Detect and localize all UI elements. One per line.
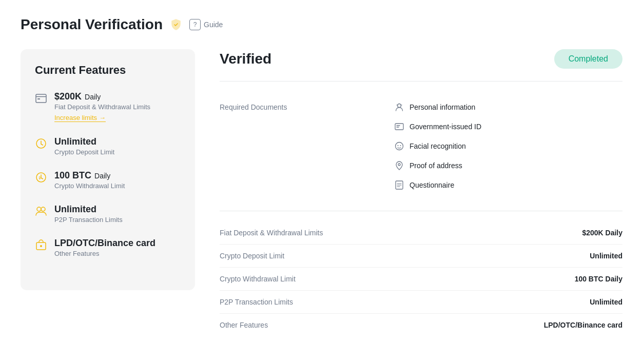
completed-badge: Completed xyxy=(554,49,622,69)
fiat-sub: Fiat Deposit & Withdrawal Limits xyxy=(54,103,150,111)
fiat-daily: Daily xyxy=(85,93,101,101)
limit-p2p: P2P Transaction Limits Unlimited xyxy=(220,291,622,314)
other-sub: Other Features xyxy=(54,250,155,257)
p2p-sub: P2P Transaction Limits xyxy=(54,216,123,224)
page-header: Personal Verification ? Guide xyxy=(21,16,622,33)
other-amount: LPD/OTC/Binance card xyxy=(54,238,155,249)
crypto-deposit-icon xyxy=(35,137,47,150)
limit-crypto-withdrawal-label: Crypto Withdrawal Limit xyxy=(220,275,296,283)
svg-point-19 xyxy=(398,164,400,166)
sidebar: Current Features $200K Daily Fiat Deposi… xyxy=(21,49,195,290)
doc-proof-address: Proof of address xyxy=(394,160,622,171)
facial-label: Facial recognition xyxy=(410,142,466,150)
increase-limits-text: Increase limits xyxy=(54,114,97,122)
svg-text:₿: ₿ xyxy=(39,176,41,179)
page-title: Personal Verification xyxy=(21,16,163,33)
doc-gov-id: Government-issued ID xyxy=(394,122,622,132)
limit-crypto-deposit-label: Crypto Deposit Limit xyxy=(220,252,284,260)
arrow-icon: → xyxy=(99,114,106,122)
feature-crypto-withdrawal: ₿ 100 BTC Daily Crypto Withdrawal Limit xyxy=(35,170,181,190)
card-icon xyxy=(35,92,47,105)
docs-list: Personal information Government-issued I… xyxy=(394,102,622,190)
limit-crypto-deposit: Crypto Deposit Limit Unlimited xyxy=(220,245,622,268)
feature-crypto-deposit: Unlimited Crypto Deposit Limit xyxy=(35,136,181,156)
svg-rect-0 xyxy=(36,94,46,103)
svg-point-17 xyxy=(398,145,399,146)
divider-top xyxy=(220,81,622,82)
limit-crypto-deposit-value: Unlimited xyxy=(590,252,622,260)
limit-other: Other Features LPD/OTC/Binance card xyxy=(220,314,622,336)
increase-limits-link[interactable]: Increase limits → xyxy=(54,114,106,122)
gov-id-label: Government-issued ID xyxy=(410,123,481,131)
crypto-deposit-amount: Unlimited xyxy=(54,136,96,147)
svg-point-6 xyxy=(37,207,41,211)
limit-fiat-value: $200K Daily xyxy=(582,229,622,237)
fiat-amount: $200K xyxy=(54,91,82,102)
other-main: LPD/OTC/Binance card xyxy=(54,238,155,249)
person-icon xyxy=(394,102,404,112)
svg-rect-13 xyxy=(395,124,403,130)
crypto-withdrawal-sub: Crypto Withdrawal Limit xyxy=(54,182,125,190)
docs-section: Required Documents Personal information xyxy=(220,92,622,200)
limit-p2p-value: Unlimited xyxy=(590,298,622,306)
crypto-deposit-main: Unlimited xyxy=(54,136,114,147)
guide-link[interactable]: ? Guide xyxy=(189,19,223,30)
divider-middle xyxy=(220,211,622,211)
doc-questionnaire: Questionnaire xyxy=(394,180,622,190)
p2p-icon xyxy=(35,205,47,217)
crypto-withdrawal-icon: ₿ xyxy=(35,171,47,184)
limit-p2p-label: P2P Transaction Limits xyxy=(220,298,293,306)
crypto-withdrawal-main: 100 BTC Daily xyxy=(54,170,125,181)
main-layout: Current Features $200K Daily Fiat Deposi… xyxy=(21,49,622,336)
proof-address-label: Proof of address xyxy=(410,161,462,170)
feature-fiat-main: $200K Daily xyxy=(54,91,150,102)
verified-title: Verified xyxy=(220,51,271,67)
personal-info-label: Personal information xyxy=(410,103,475,111)
p2p-amount: Unlimited xyxy=(54,204,96,215)
sidebar-title: Current Features xyxy=(35,64,181,77)
right-content: Verified Completed Required Documents xyxy=(220,49,622,336)
crypto-deposit-sub: Crypto Deposit Limit xyxy=(54,148,114,156)
questionnaire-icon xyxy=(394,180,404,190)
crypto-withdrawal-amount: 100 BTC xyxy=(54,170,91,181)
guide-label: Guide xyxy=(204,21,223,29)
id-card-icon xyxy=(394,122,404,132)
location-icon xyxy=(394,160,404,171)
crypto-withdrawal-daily: Daily xyxy=(94,172,110,180)
verified-header: Verified Completed xyxy=(220,49,622,69)
svg-point-16 xyxy=(396,143,403,150)
limit-fiat-label: Fiat Deposit & Withdrawal Limits xyxy=(220,229,323,237)
limit-crypto-withdrawal: Crypto Withdrawal Limit 100 BTC Daily xyxy=(220,268,622,291)
doc-personal-info: Personal information xyxy=(394,102,622,112)
feature-crypto-deposit-content: Unlimited Crypto Deposit Limit xyxy=(54,136,114,156)
feature-other-content: LPD/OTC/Binance card Other Features xyxy=(54,238,155,257)
feature-other: LPD/OTC/Binance card Other Features xyxy=(35,238,181,257)
page-container: Personal Verification ? Guide Current Fe… xyxy=(0,0,643,353)
shield-icon xyxy=(169,17,183,32)
feature-fiat: $200K Daily Fiat Deposit & Withdrawal Li… xyxy=(35,91,181,122)
face-icon xyxy=(394,141,404,151)
feature-p2p-content: Unlimited P2P Transaction Limits xyxy=(54,204,123,224)
limit-fiat: Fiat Deposit & Withdrawal Limits $200K D… xyxy=(220,221,622,245)
limit-other-label: Other Features xyxy=(220,321,268,329)
feature-crypto-withdrawal-content: 100 BTC Daily Crypto Withdrawal Limit xyxy=(54,170,125,190)
svg-point-7 xyxy=(41,207,45,211)
questionnaire-label: Questionnaire xyxy=(410,181,454,189)
feature-p2p: Unlimited P2P Transaction Limits xyxy=(35,204,181,224)
p2p-main: Unlimited xyxy=(54,204,123,215)
limit-other-value: LPD/OTC/Binance card xyxy=(544,321,622,329)
limits-section: Fiat Deposit & Withdrawal Limits $200K D… xyxy=(220,221,622,336)
svg-point-9 xyxy=(40,245,42,247)
doc-facial: Facial recognition xyxy=(394,141,622,151)
feature-fiat-content: $200K Daily Fiat Deposit & Withdrawal Li… xyxy=(54,91,150,122)
guide-icon: ? xyxy=(189,19,201,30)
svg-rect-2 xyxy=(37,98,40,99)
docs-label: Required Documents xyxy=(220,102,394,190)
svg-point-12 xyxy=(396,104,398,106)
limit-crypto-withdrawal-value: 100 BTC Daily xyxy=(575,275,622,283)
svg-point-18 xyxy=(400,145,401,146)
other-icon xyxy=(35,239,47,251)
svg-point-11 xyxy=(400,104,402,106)
